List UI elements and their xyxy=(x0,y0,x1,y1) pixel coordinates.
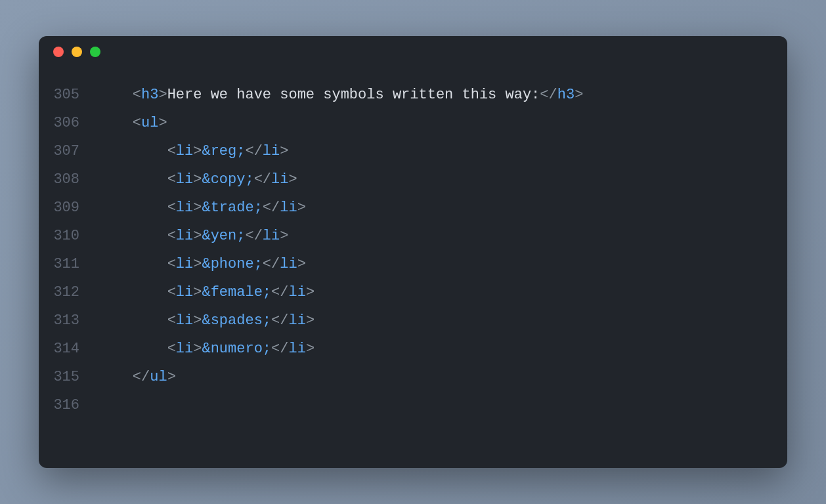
close-icon[interactable] xyxy=(53,47,64,57)
code-line: 316 xyxy=(39,391,787,419)
code-content: <h3>Here we have some symbols written th… xyxy=(98,81,583,109)
code-line: 315 </ul> xyxy=(39,363,787,391)
line-number: 314 xyxy=(39,335,98,363)
line-number: 309 xyxy=(39,194,98,222)
code-line: 309 <li>&trade;</li> xyxy=(39,194,787,222)
line-number: 307 xyxy=(39,137,98,165)
code-content: <li>&numero;</li> xyxy=(98,335,315,363)
code-content: <li>&copy;</li> xyxy=(98,165,297,194)
line-number: 306 xyxy=(39,109,98,137)
line-number: 305 xyxy=(39,81,98,109)
code-content: <li>&phone;</li> xyxy=(98,250,306,278)
line-number: 312 xyxy=(39,278,98,306)
line-number: 315 xyxy=(39,363,98,391)
code-content: <li>&spades;</li> xyxy=(98,306,315,335)
line-number: 316 xyxy=(39,391,98,419)
editor-window: 305 <h3>Here we have some symbols writte… xyxy=(39,36,787,468)
code-line: 311 <li>&phone;</li> xyxy=(39,250,787,278)
code-line: 305 <h3>Here we have some symbols writte… xyxy=(39,81,787,109)
maximize-icon[interactable] xyxy=(90,47,100,57)
code-content: <li>&reg;</li> xyxy=(98,137,288,165)
code-line: 312 <li>&female;</li> xyxy=(39,278,787,306)
minimize-icon[interactable] xyxy=(72,47,82,57)
code-content: <ul> xyxy=(98,109,167,137)
code-line: 314 <li>&numero;</li> xyxy=(39,335,787,363)
code-content: </ul> xyxy=(98,363,176,391)
code-content: <li>&female;</li> xyxy=(98,278,315,306)
titlebar xyxy=(39,36,787,68)
line-number: 311 xyxy=(39,250,98,278)
code-line: 306 <ul> xyxy=(39,109,787,137)
code-line: 308 <li>&copy;</li> xyxy=(39,165,787,194)
line-number: 313 xyxy=(39,306,98,335)
line-number: 310 xyxy=(39,222,98,250)
code-line: 307 <li>&reg;</li> xyxy=(39,137,787,165)
line-number: 308 xyxy=(39,165,98,194)
code-editor[interactable]: 305 <h3>Here we have some symbols writte… xyxy=(39,68,787,468)
code-line: 310 <li>&yen;</li> xyxy=(39,222,787,250)
code-line: 313 <li>&spades;</li> xyxy=(39,306,787,335)
code-content: <li>&yen;</li> xyxy=(98,222,288,250)
code-content: <li>&trade;</li> xyxy=(98,194,306,222)
